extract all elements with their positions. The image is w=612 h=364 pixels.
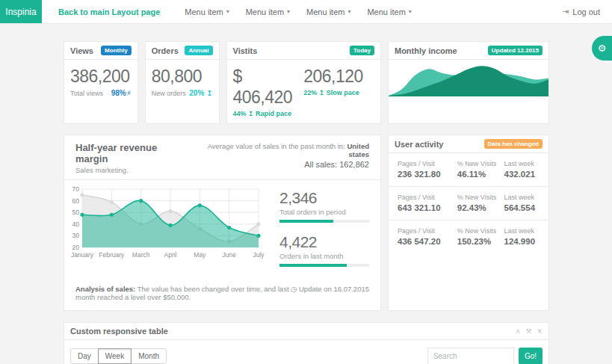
revenue-panel: Half-year revenue margin Sales marketing… [64,135,381,311]
views-percent: 98%⚡ [111,89,132,97]
views-title: Views [70,46,93,55]
svg-text:February: February [99,251,125,259]
revenue-subtitle: Sales marketing. [75,166,189,174]
monthly-income-card: Monthly income Updated 12.2015 [388,41,549,124]
level-up-icon: ↥ [248,110,254,117]
svg-text:20: 20 [72,244,80,251]
back-to-layout-link[interactable]: Back to main Layout page [58,0,160,23]
user-activity-title: User activity [395,140,443,149]
top-navbar: Inspinia Back to main Layout page Menu i… [0,0,612,24]
views-card: Views Monthly 386,200 Total views 98%⚡ [64,41,138,124]
progress-bar [279,220,369,223]
orders-badge: Annual [185,46,212,55]
sign-out-icon: ⇥ [562,7,569,16]
level-up-icon: ↥ [319,89,325,96]
orders-card: Orders Annual 80,800 New orders 20% ↥ [145,41,220,124]
visits-left-value: $ 406,420 [233,66,304,108]
table-panel-title: Custom responsive table [70,327,168,336]
caret-down-icon: ▾ [287,8,290,15]
svg-text:June: June [222,251,236,259]
orders-value: 80,800 [152,66,213,87]
period-tabs: Day Week Month [70,348,167,364]
caret-down-icon: ▾ [347,8,350,15]
monthly-income-chart [389,60,548,96]
brand-logo[interactable]: Inspinia [0,0,42,23]
theme-settings-button[interactable]: ⚙ [592,36,612,61]
close-icon[interactable]: ✕ [537,327,543,335]
svg-text:40: 40 [72,220,80,228]
go-button[interactable]: Go! [519,348,543,364]
tab-week[interactable]: Week [98,348,132,364]
metrics-row: Views Monthly 386,200 Total views 98%⚡ O… [64,41,549,124]
nav-menu-item-3[interactable]: Menu item ▾ [298,0,359,23]
activity-row: Pages / Visit236 321.80 % New Visits46.1… [389,153,548,187]
search-input[interactable] [427,348,514,364]
tab-month[interactable]: Month [131,348,167,364]
views-value: 386,200 [70,66,132,87]
avg-sales-line: Average value of sales in the past month… [189,142,369,158]
update-note: ◷ Update on 16.07.2015 [291,285,369,301]
stat-total-orders: 2,346 Total orders in period [279,189,369,223]
svg-text:70: 70 [72,185,80,193]
logout-button[interactable]: ⇥ Log out [562,7,600,16]
user-activity-badge: Data has changed [484,139,543,149]
visits-right-note: 22% ↥ Slow pace [303,89,374,96]
analysis-note: Analysis of sales: The value has been ch… [75,285,291,301]
views-badge: Monthly [101,46,132,55]
gears-icon: ⚙ [598,43,607,53]
income-title: Monthly income [395,46,457,55]
income-badge: Updated 12.2015 [488,46,543,55]
svg-text:March: March [132,251,150,259]
svg-text:May: May [194,251,206,259]
activity-row: Pages / Visit436 547.20 % New Visits150.… [389,220,548,253]
user-activity-panel: User activity Data has changed Pages / V… [388,135,549,311]
nav-menu-item-2[interactable]: Menu item ▾ [238,0,298,23]
visits-title: Vistits [233,46,258,55]
views-label: Total views [70,90,103,97]
caret-down-icon: ▾ [226,8,229,15]
wrench-icon[interactable]: ⚒ [525,327,531,335]
caret-down-icon: ▾ [409,8,412,15]
all-sales-line: All sales: 162,862 [189,160,369,169]
svg-text:50: 50 [72,209,80,216]
svg-text:30: 30 [72,232,80,239]
revenue-area-chart: 203040506070JanuaryFebruaryMarchAprilMay… [70,186,263,259]
revenue-title: Half-year revenue margin [75,142,189,164]
orders-title: Orders [152,46,179,55]
level-up-icon: ↥ [206,89,212,97]
svg-text:January: January [71,251,94,259]
main-content: Views Monthly 386,200 Total views 98%⚡ O… [0,24,612,364]
visits-card: Vistits Today $ 406,420 44% ↥ Rapid pace… [226,41,381,124]
nav-menu-item-4[interactable]: Menu item ▾ [359,0,419,23]
svg-text:July: July [253,251,265,259]
responsive-table-panel: Custom responsive table ∧ ⚒ ✕ Day Week M… [64,322,549,364]
progress-bar [279,264,369,267]
svg-text:April: April [164,251,176,259]
visits-right-value: 206,120 [303,66,374,87]
activity-row: Pages / Visit643 321.10 % New Visits92.4… [389,187,548,220]
visits-left-note: 44% ↥ Rapid pace [233,110,304,117]
tab-day[interactable]: Day [70,348,99,364]
nav-menu: Menu item ▾ Menu item ▾ Menu item ▾ Menu… [176,0,420,23]
orders-label: New orders [152,90,186,97]
svg-text:60: 60 [72,197,80,205]
stat-orders-last-month: 4,422 Orders in last month [279,233,369,267]
nav-menu-item-1[interactable]: Menu item ▾ [176,0,237,23]
clock-icon: ◷ [291,285,297,293]
orders-percent: 20% ↥ [189,89,212,97]
visits-badge: Today [350,46,374,55]
collapse-icon[interactable]: ∧ [516,327,521,335]
bolt-icon: ⚡ [126,89,132,97]
